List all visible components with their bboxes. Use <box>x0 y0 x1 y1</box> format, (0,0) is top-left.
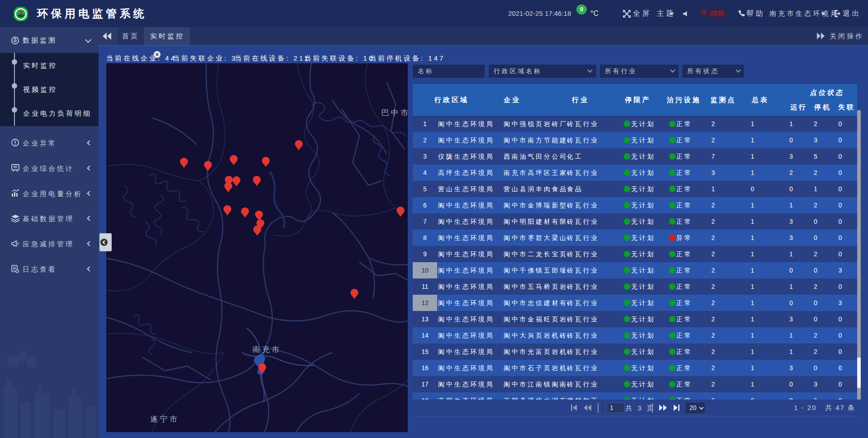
svg-text:巴中市: 巴中市 <box>381 108 408 117</box>
svg-text:南充市: 南充市 <box>252 345 282 354</box>
svg-text:遂宁市: 遂宁市 <box>150 415 179 424</box>
